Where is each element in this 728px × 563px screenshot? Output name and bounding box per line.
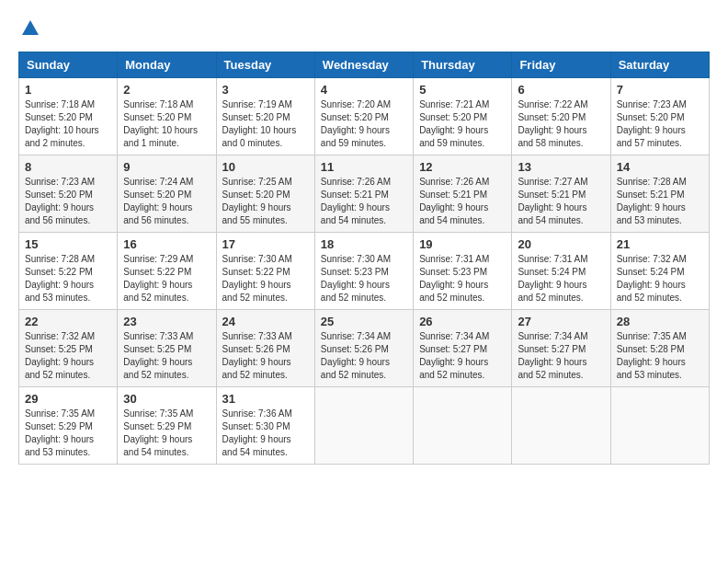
- day-info: Sunrise: 7:25 AM Sunset: 5:20 PM Dayligh…: [222, 176, 309, 227]
- day-info: Sunrise: 7:33 AM Sunset: 5:26 PM Dayligh…: [222, 330, 309, 382]
- day-number: 6: [518, 83, 604, 97]
- day-info: Sunrise: 7:30 AM Sunset: 5:23 PM Dayligh…: [321, 253, 407, 304]
- day-number: 18: [321, 237, 407, 251]
- calendar-table: SundayMondayTuesdayWednesdayThursdayFrid…: [18, 52, 710, 465]
- day-info: Sunrise: 7:34 AM Sunset: 5:27 PM Dayligh…: [419, 330, 506, 382]
- day-number: 26: [419, 315, 506, 328]
- day-number: 20: [518, 237, 604, 251]
- day-info: Sunrise: 7:33 AM Sunset: 5:25 PM Dayligh…: [123, 330, 210, 382]
- day-number: 9: [123, 160, 210, 174]
- calendar-header-cell: Saturday: [610, 52, 709, 78]
- day-number: 12: [419, 160, 506, 174]
- calendar-day-cell: 10Sunrise: 7:25 AM Sunset: 5:20 PM Dayli…: [216, 155, 314, 233]
- day-info: Sunrise: 7:32 AM Sunset: 5:24 PM Dayligh…: [617, 253, 703, 304]
- day-number: 22: [25, 315, 111, 328]
- day-number: 2: [123, 83, 210, 97]
- calendar-day-cell: 22Sunrise: 7:32 AM Sunset: 5:25 PM Dayli…: [19, 310, 118, 387]
- day-info: Sunrise: 7:28 AM Sunset: 5:21 PM Dayligh…: [617, 176, 703, 227]
- day-info: Sunrise: 7:27 AM Sunset: 5:21 PM Dayligh…: [518, 176, 604, 227]
- calendar-day-cell: 23Sunrise: 7:33 AM Sunset: 5:25 PM Dayli…: [118, 310, 216, 387]
- day-number: 15: [25, 237, 111, 251]
- day-number: 13: [518, 160, 604, 174]
- calendar-day-cell: 3Sunrise: 7:19 AM Sunset: 5:20 PM Daylig…: [216, 78, 314, 155]
- logo: [18, 18, 40, 42]
- calendar-header-cell: Monday: [118, 52, 216, 78]
- calendar-header-cell: Thursday: [414, 52, 512, 78]
- day-number: 17: [222, 237, 309, 251]
- day-info: Sunrise: 7:29 AM Sunset: 5:22 PM Dayligh…: [123, 253, 210, 304]
- calendar-day-cell: [512, 387, 610, 465]
- calendar-day-cell: [314, 387, 413, 465]
- svg-marker-0: [22, 20, 39, 35]
- calendar-day-cell: 20Sunrise: 7:31 AM Sunset: 5:24 PM Dayli…: [512, 233, 610, 310]
- calendar-header-cell: Tuesday: [216, 52, 314, 78]
- calendar-day-cell: 14Sunrise: 7:28 AM Sunset: 5:21 PM Dayli…: [610, 155, 709, 233]
- day-info: Sunrise: 7:34 AM Sunset: 5:26 PM Dayligh…: [321, 330, 407, 382]
- day-info: Sunrise: 7:18 AM Sunset: 5:20 PM Dayligh…: [25, 98, 111, 150]
- calendar-header-cell: Sunday: [19, 52, 118, 78]
- day-info: Sunrise: 7:23 AM Sunset: 5:20 PM Dayligh…: [617, 98, 703, 150]
- day-info: Sunrise: 7:28 AM Sunset: 5:22 PM Dayligh…: [25, 253, 111, 304]
- calendar-week-row: 29Sunrise: 7:35 AM Sunset: 5:29 PM Dayli…: [19, 387, 710, 465]
- day-info: Sunrise: 7:31 AM Sunset: 5:23 PM Dayligh…: [419, 253, 506, 304]
- calendar-day-cell: 29Sunrise: 7:35 AM Sunset: 5:29 PM Dayli…: [19, 387, 118, 465]
- calendar-day-cell: 17Sunrise: 7:30 AM Sunset: 5:22 PM Dayli…: [216, 233, 314, 310]
- calendar-day-cell: 4Sunrise: 7:20 AM Sunset: 5:20 PM Daylig…: [314, 78, 413, 155]
- day-number: 31: [222, 392, 309, 406]
- day-info: Sunrise: 7:20 AM Sunset: 5:20 PM Dayligh…: [321, 98, 407, 150]
- calendar-day-cell: 6Sunrise: 7:22 AM Sunset: 5:20 PM Daylig…: [512, 78, 610, 155]
- calendar-day-cell: [610, 387, 709, 465]
- calendar-day-cell: 7Sunrise: 7:23 AM Sunset: 5:20 PM Daylig…: [610, 78, 709, 155]
- calendar-day-cell: 9Sunrise: 7:24 AM Sunset: 5:20 PM Daylig…: [118, 155, 216, 233]
- calendar-header-row: SundayMondayTuesdayWednesdayThursdayFrid…: [19, 52, 710, 78]
- calendar-day-cell: 1Sunrise: 7:18 AM Sunset: 5:20 PM Daylig…: [19, 78, 118, 155]
- calendar-day-cell: 21Sunrise: 7:32 AM Sunset: 5:24 PM Dayli…: [610, 233, 709, 310]
- calendar-day-cell: 18Sunrise: 7:30 AM Sunset: 5:23 PM Dayli…: [314, 233, 413, 310]
- day-number: 27: [518, 315, 604, 328]
- calendar-day-cell: 11Sunrise: 7:26 AM Sunset: 5:21 PM Dayli…: [314, 155, 413, 233]
- day-number: 28: [617, 315, 703, 328]
- day-number: 3: [222, 83, 309, 97]
- calendar-header-cell: Wednesday: [314, 52, 413, 78]
- calendar-day-cell: [414, 387, 512, 465]
- calendar-week-row: 15Sunrise: 7:28 AM Sunset: 5:22 PM Dayli…: [19, 233, 710, 310]
- calendar-week-row: 1Sunrise: 7:18 AM Sunset: 5:20 PM Daylig…: [19, 78, 710, 155]
- day-info: Sunrise: 7:26 AM Sunset: 5:21 PM Dayligh…: [321, 176, 407, 227]
- day-number: 30: [123, 392, 210, 406]
- calendar-day-cell: 12Sunrise: 7:26 AM Sunset: 5:21 PM Dayli…: [414, 155, 512, 233]
- calendar-day-cell: 25Sunrise: 7:34 AM Sunset: 5:26 PM Dayli…: [314, 310, 413, 387]
- day-info: Sunrise: 7:36 AM Sunset: 5:30 PM Dayligh…: [222, 408, 309, 459]
- day-info: Sunrise: 7:35 AM Sunset: 5:29 PM Dayligh…: [123, 408, 210, 459]
- page-header: [18, 18, 710, 42]
- day-number: 24: [222, 315, 309, 328]
- logo-icon: [20, 18, 40, 39]
- day-number: 8: [25, 160, 111, 174]
- calendar-week-row: 22Sunrise: 7:32 AM Sunset: 5:25 PM Dayli…: [19, 310, 710, 387]
- day-number: 4: [321, 83, 407, 97]
- day-info: Sunrise: 7:23 AM Sunset: 5:20 PM Dayligh…: [25, 176, 111, 227]
- calendar-day-cell: 15Sunrise: 7:28 AM Sunset: 5:22 PM Dayli…: [19, 233, 118, 310]
- day-info: Sunrise: 7:24 AM Sunset: 5:20 PM Dayligh…: [123, 176, 210, 227]
- day-number: 10: [222, 160, 309, 174]
- calendar-week-row: 8Sunrise: 7:23 AM Sunset: 5:20 PM Daylig…: [19, 155, 710, 233]
- calendar-day-cell: 13Sunrise: 7:27 AM Sunset: 5:21 PM Dayli…: [512, 155, 610, 233]
- day-info: Sunrise: 7:30 AM Sunset: 5:22 PM Dayligh…: [222, 253, 309, 304]
- calendar-day-cell: 2Sunrise: 7:18 AM Sunset: 5:20 PM Daylig…: [118, 78, 216, 155]
- calendar-day-cell: 19Sunrise: 7:31 AM Sunset: 5:23 PM Dayli…: [414, 233, 512, 310]
- calendar-day-cell: 16Sunrise: 7:29 AM Sunset: 5:22 PM Dayli…: [118, 233, 216, 310]
- day-number: 23: [123, 315, 210, 328]
- calendar-day-cell: 28Sunrise: 7:35 AM Sunset: 5:28 PM Dayli…: [610, 310, 709, 387]
- day-number: 14: [617, 160, 703, 174]
- day-number: 29: [25, 392, 111, 406]
- day-number: 19: [419, 237, 506, 251]
- calendar-day-cell: 31Sunrise: 7:36 AM Sunset: 5:30 PM Dayli…: [216, 387, 314, 465]
- day-number: 25: [321, 315, 407, 328]
- day-info: Sunrise: 7:26 AM Sunset: 5:21 PM Dayligh…: [419, 176, 506, 227]
- day-number: 16: [123, 237, 210, 251]
- day-info: Sunrise: 7:18 AM Sunset: 5:20 PM Dayligh…: [123, 98, 210, 150]
- day-info: Sunrise: 7:19 AM Sunset: 5:20 PM Dayligh…: [222, 98, 309, 150]
- calendar-day-cell: 26Sunrise: 7:34 AM Sunset: 5:27 PM Dayli…: [414, 310, 512, 387]
- day-info: Sunrise: 7:21 AM Sunset: 5:20 PM Dayligh…: [419, 98, 506, 150]
- day-info: Sunrise: 7:34 AM Sunset: 5:27 PM Dayligh…: [518, 330, 604, 382]
- day-info: Sunrise: 7:35 AM Sunset: 5:28 PM Dayligh…: [617, 330, 703, 382]
